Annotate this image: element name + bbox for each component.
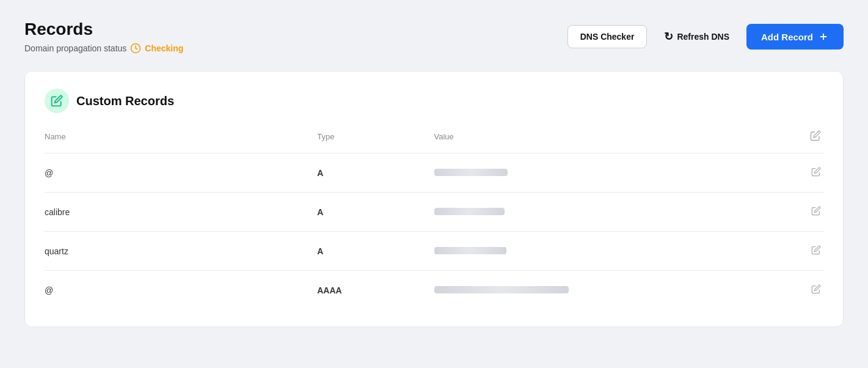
add-record-label: Add Record [761, 32, 813, 42]
table-row: @ AAAA [45, 271, 823, 310]
record-value-1 [434, 193, 785, 232]
record-action-1 [784, 193, 823, 232]
custom-records-panel: Custom Records Name Type Value @ [24, 71, 844, 327]
table-row: @ A [45, 153, 823, 193]
col-header-type: Type [317, 128, 434, 153]
col-header-value: Value [434, 128, 785, 153]
add-record-button[interactable]: Add Record [746, 24, 844, 50]
record-action-3 [784, 271, 823, 310]
refresh-dns-label: Refresh DNS [677, 32, 729, 42]
edit-icon [811, 167, 821, 177]
page-title: Records [24, 20, 183, 39]
record-action-0 [784, 153, 823, 193]
record-name-2: quartz [45, 232, 317, 271]
propagation-status: Domain propagation status Checking [24, 43, 183, 54]
pencil-icon [51, 95, 63, 107]
col-header-name: Name [45, 128, 317, 153]
header-left: Records Domain propagation status Checki… [24, 20, 183, 54]
records-table: Name Type Value @ A [45, 128, 823, 309]
panel-title: Custom Records [76, 94, 174, 108]
edit-record-button-0[interactable] [809, 164, 823, 181]
page-header: Records Domain propagation status Checki… [24, 20, 844, 54]
panel-icon [45, 89, 69, 113]
record-value-0 [434, 153, 785, 193]
table-row: quartz A [45, 232, 823, 271]
edit-all-button[interactable] [808, 128, 823, 145]
propagation-label: Domain propagation status [24, 43, 126, 53]
plus-icon [818, 31, 829, 42]
clock-icon [130, 43, 141, 54]
record-type-0: A [317, 153, 434, 193]
refresh-dns-button[interactable]: ↻ Refresh DNS [654, 24, 739, 50]
record-action-2 [784, 232, 823, 271]
record-type-2: A [317, 232, 434, 271]
record-type-1: A [317, 193, 434, 232]
record-name-1: calibre [45, 193, 317, 232]
panel-header: Custom Records [45, 89, 823, 113]
edit-record-button-3[interactable] [809, 282, 823, 298]
table-header-row: Name Type Value [45, 128, 823, 153]
record-value-2 [434, 232, 785, 271]
header-actions: DNS Checker ↻ Refresh DNS Add Record [567, 24, 844, 50]
edit-icon [811, 206, 821, 216]
col-header-action [784, 128, 823, 153]
table-row: calibre A [45, 193, 823, 232]
edit-icon [811, 284, 821, 294]
edit-record-button-2[interactable] [809, 243, 823, 259]
dns-checker-button[interactable]: DNS Checker [567, 25, 647, 48]
record-value-3 [434, 271, 785, 310]
edit-icon [811, 245, 821, 255]
edit-all-icon [810, 130, 821, 141]
refresh-icon: ↻ [664, 30, 673, 43]
record-name-3: @ [45, 271, 317, 310]
record-name-0: @ [45, 153, 317, 193]
checking-status: Checking [145, 43, 183, 53]
record-type-3: AAAA [317, 271, 434, 310]
edit-record-button-1[interactable] [809, 204, 823, 220]
